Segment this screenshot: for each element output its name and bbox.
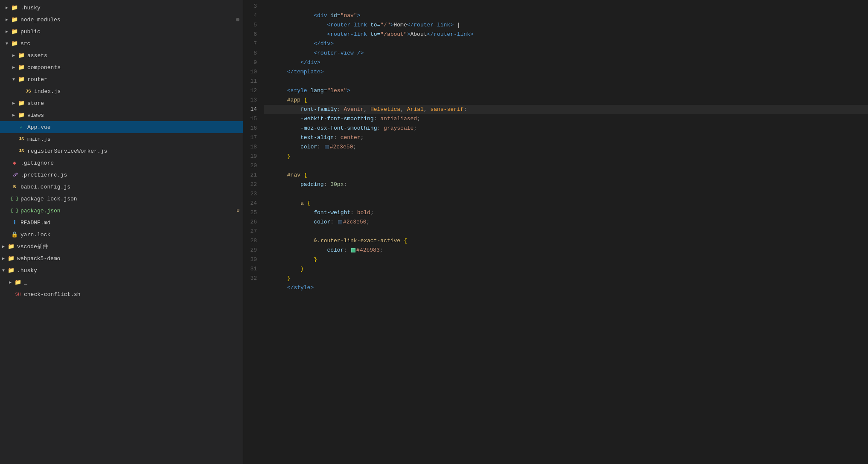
sidebar-item-husky-root[interactable]: ▶ 📁 .husky <box>0 2 243 14</box>
line-num-32: 32 <box>248 274 257 283</box>
line-num-8: 8 <box>248 49 257 58</box>
yarn-icon: 🔒 <box>10 231 19 238</box>
line-num-12: 12 <box>248 86 257 96</box>
folder-icon: 📁 <box>7 267 15 274</box>
sidebar-item-label: views <box>27 112 243 119</box>
line-numbers: 3 4 5 6 7 8 9 10 11 12 13 14 15 16 17 18… <box>243 0 264 464</box>
line-num-6: 6 <box>248 30 257 39</box>
sidebar-item-gitignore[interactable]: ◆ .gitignore <box>0 157 243 169</box>
folder-icon: 📁 <box>17 112 26 119</box>
chevron-down-icon: ▼ <box>0 268 7 273</box>
folder-icon: 📁 <box>17 52 26 59</box>
chevron-down-icon: ▼ <box>10 77 17 82</box>
folder-icon: 📁 <box>14 279 22 286</box>
chevron-right-icon: ▶ <box>7 280 14 285</box>
sidebar-item-readme[interactable]: ℹ README.md <box>0 217 243 229</box>
code-area[interactable]: <div id="nav"> <router-link to="/">Home<… <box>264 0 868 464</box>
line-num-3: 3 <box>248 2 257 11</box>
folder-icon: 📁 <box>17 64 26 71</box>
line-num-24: 24 <box>248 199 257 208</box>
sidebar-item-label: .gitignore <box>20 160 243 166</box>
code-line-12: #app { <box>264 86 868 96</box>
sidebar-item-label: router <box>27 76 243 83</box>
code-line-27: &.router-link-exact-active { <box>264 227 868 236</box>
sidebar-item-underscore[interactable]: ▶ 📁 _ <box>0 276 243 288</box>
code-line-21: padding: 30px; <box>264 171 868 180</box>
sidebar-item-package-json[interactable]: { } package.json U <box>0 205 243 217</box>
sidebar-item-label: .husky <box>20 5 243 11</box>
line-num-30: 30 <box>248 255 257 264</box>
sidebar-item-vscode-plugins[interactable]: ▶ 📁 vscode插件 <box>0 241 243 252</box>
sidebar-item-store[interactable]: ▶ 📁 store <box>0 97 243 109</box>
code-line-3: <div id="nav"> <box>264 2 868 11</box>
json-icon: { } <box>10 196 19 201</box>
folder-icon: 📁 <box>17 100 26 107</box>
sidebar-item-register-sw[interactable]: JS registerServiceWorker.js <box>0 145 243 157</box>
sidebar-item-prettierrc[interactable]: 𝒫 .prettierrc.js <box>0 169 243 181</box>
code-line-23: a { <box>264 189 868 199</box>
sidebar-item-label: public <box>20 29 243 35</box>
sidebar-item-node-modules[interactable]: ▶ 📁 node_modules <box>0 14 243 26</box>
chevron-right-icon: ▶ <box>3 17 10 22</box>
sidebar-item-router[interactable]: ▼ 📁 router <box>0 73 243 85</box>
sidebar-item-babel[interactable]: B babel.config.js <box>0 181 243 193</box>
sidebar-item-label: vscode插件 <box>17 243 243 250</box>
sidebar-item-public[interactable]: ▶ 📁 public <box>0 26 243 38</box>
folder-router-icon: 📁 <box>17 76 26 83</box>
sidebar-item-label: main.js <box>27 136 243 142</box>
code-line-11: <style lang="less"> <box>264 77 868 86</box>
sidebar-item-label: .husky <box>17 267 243 274</box>
folder-icon: 📁 <box>10 4 19 11</box>
sidebar-item-assets[interactable]: ▶ 📁 assets <box>0 49 243 61</box>
code-line-24: font-weight: bold; <box>264 199 868 208</box>
line-num-15: 15 <box>248 114 257 124</box>
sidebar-item-check-conflict[interactable]: SH check-conflict.sh <box>0 288 243 300</box>
line-num-20: 20 <box>248 161 257 171</box>
line-num-17: 17 <box>248 133 257 142</box>
line-num-22: 22 <box>248 180 257 189</box>
modified-dot <box>236 18 239 21</box>
sidebar-item-label: yarn.lock <box>20 232 243 238</box>
chevron-right-icon: ▶ <box>3 29 10 34</box>
js-file-icon: JS <box>17 148 26 154</box>
chevron-right-icon: ▶ <box>10 65 17 70</box>
sidebar-item-package-lock[interactable]: { } package-lock.json <box>0 193 243 205</box>
untracked-badge: U <box>236 208 239 213</box>
sidebar-item-router-index[interactable]: JS index.js <box>0 85 243 97</box>
sidebar-item-label: src <box>20 41 243 47</box>
js-file-icon: JS <box>24 89 32 94</box>
sidebar-item-label: package.json <box>20 208 236 214</box>
chevron-right-icon: ▶ <box>3 5 10 10</box>
folder-icon: 📁 <box>7 243 15 250</box>
sidebar-item-yarn[interactable]: 🔒 yarn.lock <box>0 229 243 241</box>
sidebar-item-label: _ <box>24 279 243 286</box>
sidebar-item-label: babel.config.js <box>20 184 243 190</box>
code-line-20: #nav { <box>264 161 868 171</box>
sidebar-item-label: App.vue <box>27 124 243 130</box>
chevron-right-icon: ▶ <box>10 101 17 106</box>
sidebar-item-views[interactable]: ▶ 📁 views <box>0 109 243 121</box>
sidebar-item-label: index.js <box>34 88 243 95</box>
line-num-26: 26 <box>248 218 257 227</box>
sidebar-item-main-js[interactable]: JS main.js <box>0 133 243 145</box>
line-num-29: 29 <box>248 246 257 255</box>
line-num-27: 27 <box>248 227 257 236</box>
sidebar-item-src[interactable]: ▼ 📁 src <box>0 38 243 49</box>
code-line-32: </style> <box>264 274 868 283</box>
code-line-22 <box>264 180 868 189</box>
babel-icon: B <box>10 184 19 189</box>
chevron-right-icon: ▶ <box>10 113 17 118</box>
folder-icon: 📁 <box>7 255 15 262</box>
sidebar-item-webpack5[interactable]: ▶ 📁 webpack5-demo <box>0 252 243 264</box>
line-num-31: 31 <box>248 264 257 274</box>
sidebar-item-label: check-conflict.sh <box>24 291 243 298</box>
sidebar-item-app-vue[interactable]: ✓ App.vue <box>0 121 243 133</box>
vue-file-icon: ✓ <box>17 124 26 130</box>
sidebar-item-components[interactable]: ▶ 📁 components <box>0 61 243 73</box>
code-line-7: <router-view /> <box>264 39 868 49</box>
sidebar-item-husky-bottom[interactable]: ▼ 📁 .husky <box>0 264 243 276</box>
chevron-right-icon: ▶ <box>0 256 7 261</box>
sh-file-icon: SH <box>14 292 22 297</box>
readme-icon: ℹ <box>10 219 19 226</box>
line-num-16: 16 <box>248 124 257 133</box>
